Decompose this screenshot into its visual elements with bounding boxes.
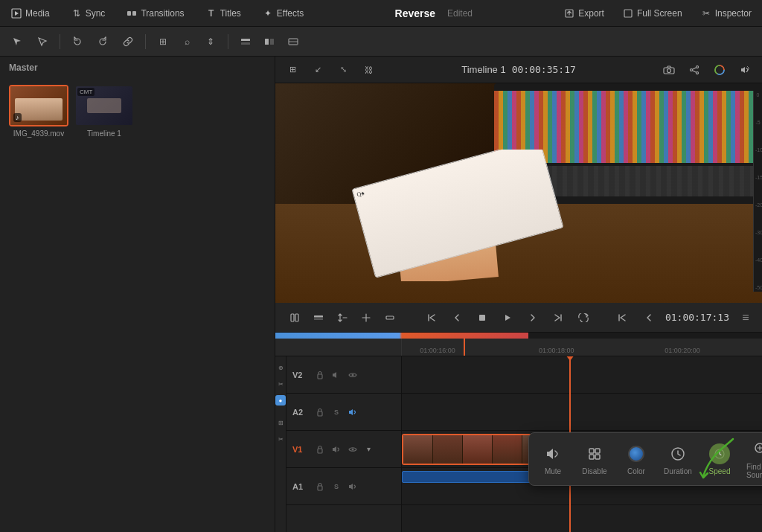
track-name-a1: A1 — [292, 482, 309, 491]
preview-left-tools: ⊞ ↙ ⤡ ⛓ — [281, 60, 380, 80]
media-item-video[interactable]: ♪ IMG_4939.mov — [9, 85, 68, 138]
tl-prev-frame[interactable] — [446, 307, 467, 328]
svg-point-16 — [697, 71, 699, 74]
track-v1-controls — [313, 443, 359, 456]
a1-lock[interactable] — [313, 480, 327, 493]
svg-rect-2 — [127, 11, 131, 16]
v1-lock[interactable] — [313, 443, 327, 456]
titles-icon: T — [205, 7, 217, 19]
preview-timecode: 00:00:35:17 — [512, 64, 576, 75]
inspector-icon: ✂ — [700, 7, 712, 19]
nav-media-label: Media — [25, 8, 50, 19]
level-indicator: 0 -5 -10 -15 -20 -30 -40 -50 — [753, 91, 762, 292]
preview-color-wheel-icon[interactable] — [708, 60, 731, 80]
preview-tool-2[interactable]: ↙ — [307, 60, 329, 80]
tool-sort[interactable]: ⇕ — [199, 31, 222, 52]
vol-10: -10 — [755, 147, 761, 153]
music-note-icon: ♪ — [13, 113, 22, 122]
export-icon — [563, 7, 575, 19]
nav-sync-label: Sync — [86, 8, 106, 19]
timeline-right: 01:00:17:13 ≡ — [612, 307, 756, 328]
v1-expand[interactable]: ▾ — [367, 445, 371, 453]
v1-eye[interactable] — [346, 443, 359, 456]
sidebar-icon-1[interactable]: ⊕ — [275, 362, 286, 373]
nav-export[interactable]: Export — [559, 4, 609, 22]
nav-transitions[interactable]: Transitions — [121, 4, 188, 22]
a2-lock[interactable] — [313, 406, 327, 419]
preview-camera-icon[interactable] — [658, 60, 680, 80]
tl-more-menu[interactable]: ≡ — [735, 307, 756, 328]
nav-center: Reverse Edited — [320, 7, 547, 19]
tool-view3[interactable] — [282, 31, 304, 52]
track-v2-content — [402, 356, 762, 394]
nav-effects[interactable]: ✦ Effects — [257, 4, 308, 22]
tl-tool-5[interactable] — [380, 307, 400, 328]
sidebar-icon-active[interactable]: ● — [275, 395, 286, 406]
nav-inspector-label: Inspector — [715, 8, 752, 19]
tool-redo[interactable] — [92, 31, 114, 52]
tl-tool-1[interactable] — [284, 307, 305, 328]
nav-titles-label: Titles — [220, 8, 241, 19]
tl-stop[interactable] — [472, 307, 493, 328]
tool-zoom[interactable]: ⌕ — [176, 31, 198, 52]
tl-loop[interactable] — [573, 307, 594, 328]
v2-eye[interactable] — [346, 368, 359, 382]
a2-mute-active[interactable] — [346, 406, 359, 419]
svg-rect-19 — [295, 314, 298, 321]
time-ruler[interactable]: 01:00:16:00 01:00:18:00 01:00:20:00 — [275, 339, 762, 356]
tool-view2[interactable] — [258, 31, 281, 52]
tl-tool-2[interactable] — [308, 307, 329, 328]
v1-mute[interactable] — [330, 443, 343, 456]
svg-point-13 — [667, 68, 671, 72]
sidebar-icon-4[interactable]: ⊞ — [275, 417, 286, 428]
svg-rect-8 — [265, 39, 269, 45]
sidebar-icon-2[interactable]: ✂ — [275, 379, 286, 389]
v2-lock[interactable] — [313, 368, 327, 382]
clip-tool-speed[interactable]: Speed — [705, 443, 734, 475]
svg-rect-27 — [318, 374, 322, 379]
timeline-progress-bar[interactable] — [275, 333, 762, 339]
tool-grid[interactable]: ⊞ — [152, 31, 174, 52]
tl-go-end[interactable] — [548, 307, 569, 328]
tl-prev2[interactable] — [638, 307, 659, 328]
tl-tool-3[interactable] — [332, 307, 353, 328]
nav-inspector[interactable]: ✂ Inspector — [696, 4, 756, 22]
clip-tool-disable[interactable]: Disable — [580, 443, 609, 475]
clip-tool-duration[interactable]: Duration — [663, 443, 693, 475]
tool-view1[interactable] — [234, 31, 257, 52]
preview-volume-icon[interactable] — [734, 60, 756, 80]
tool-arrow[interactable] — [6, 31, 28, 52]
media-item-timeline[interactable]: CMT Timeline 1 — [74, 85, 134, 138]
tl-next-frame[interactable] — [522, 307, 543, 328]
sidebar-icon-5[interactable]: ✂ — [275, 434, 286, 444]
track-name-a2: A2 — [292, 408, 309, 417]
preview-tool-1[interactable]: ⊞ — [281, 60, 304, 80]
tool-select[interactable] — [31, 31, 54, 52]
nav-titles[interactable]: T Titles — [201, 4, 246, 22]
tl-go-start2[interactable] — [612, 307, 633, 328]
v2-mute[interactable] — [330, 368, 343, 382]
find-source-icon — [751, 439, 762, 460]
svg-rect-3 — [132, 11, 136, 16]
svg-rect-29 — [318, 411, 322, 416]
tl-tool-4[interactable] — [356, 307, 377, 328]
tracks-area: ⊕ ✂ ● ⊞ ✂ V2 — [275, 356, 762, 532]
a2-solo[interactable]: S — [330, 406, 343, 419]
clip-tool-find-source[interactable]: Find Source — [746, 439, 762, 479]
preview-tool-3[interactable]: ⤡ — [332, 60, 354, 80]
a1-solo[interactable]: S — [330, 480, 343, 493]
tl-play[interactable] — [497, 307, 518, 328]
mute-icon — [542, 443, 563, 464]
preview-tool-4[interactable]: ⛓ — [357, 60, 380, 80]
tool-link[interactable] — [117, 31, 139, 52]
clip-tool-mute[interactable]: Mute — [538, 443, 568, 475]
clip-tool-color[interactable]: Color — [621, 443, 651, 475]
tool-undo[interactable] — [66, 31, 89, 52]
nav-media[interactable]: Media — [6, 4, 54, 22]
a1-mute[interactable] — [346, 480, 359, 493]
nav-fullscreen[interactable]: Full Screen — [618, 4, 687, 22]
preview-share-icon[interactable] — [683, 60, 705, 80]
clip-frame — [433, 435, 463, 464]
nav-sync[interactable]: ⇅ Sync — [66, 4, 110, 22]
tl-go-start[interactable] — [421, 307, 442, 328]
